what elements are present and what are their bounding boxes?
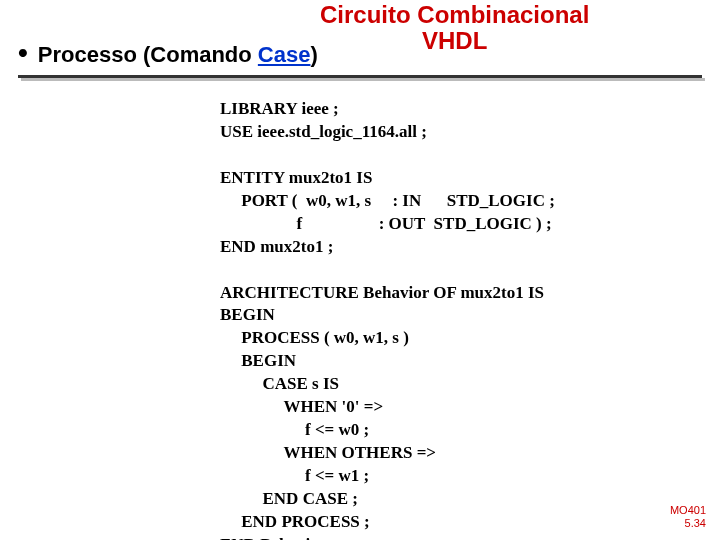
title-line-1: Circuito Combinacional (320, 1, 589, 28)
bullet-dot: • (18, 42, 28, 64)
footer-course: MO401 (670, 504, 706, 516)
footer-slide-number: 5.34 (685, 517, 706, 529)
bullet-text: Processo (Comando Case) (38, 42, 318, 68)
horizontal-rule-shadow (21, 78, 705, 81)
bullet-case-keyword: Case (258, 42, 311, 67)
title-line-2: VHDL (422, 27, 487, 54)
bullet-prefix: Processo (Comando (38, 42, 258, 67)
bullet-item: • Processo (Comando Case) (18, 42, 318, 68)
bullet-suffix: ) (310, 42, 317, 67)
slide-title: Circuito Combinacional VHDL (320, 2, 589, 55)
slide-footer: MO401 5.34 (670, 504, 706, 530)
vhdl-code-block: LIBRARY ieee ; USE ieee.std_logic_1164.a… (220, 98, 555, 540)
